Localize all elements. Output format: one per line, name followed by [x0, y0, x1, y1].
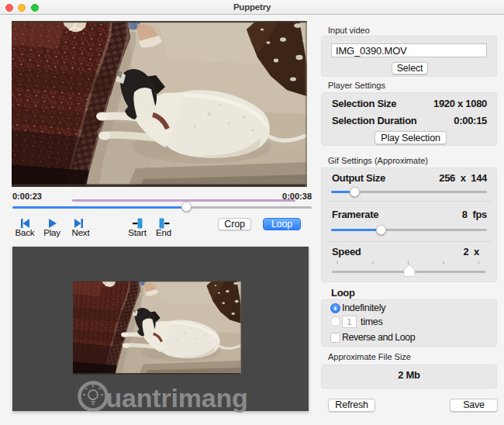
svg-text:uantrimang: uantrimang	[106, 383, 248, 413]
